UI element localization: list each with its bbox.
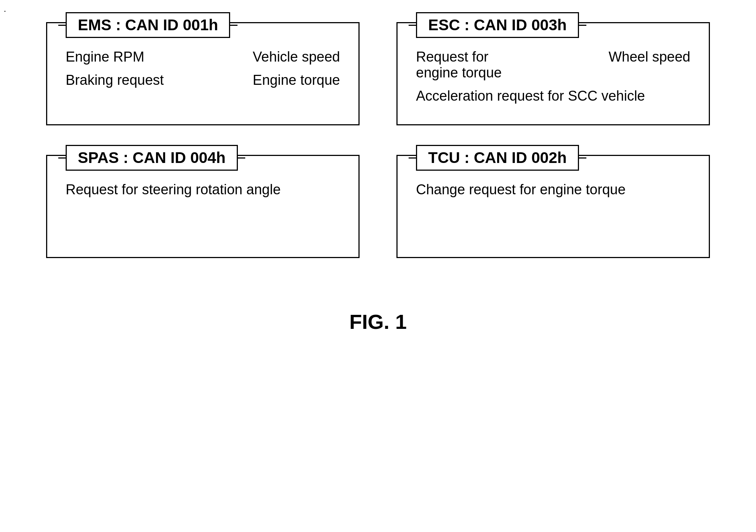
esc-request-engine-torque: Request for engine torque — [416, 49, 502, 81]
esc-title-line-right — [579, 25, 586, 26]
esc-title-line-left — [409, 25, 416, 26]
spas-module-box: SPAS : CAN ID 004h Request for steering … — [46, 155, 360, 258]
ems-content: Engine RPM Vehicle speed Braking request… — [66, 49, 340, 88]
esc-module-box: ESC : CAN ID 003h Request for engine tor… — [396, 22, 710, 125]
figure-label: FIG. 1 — [349, 310, 407, 334]
tcu-title-line-left — [409, 157, 416, 159]
esc-row-2: Acceleration request for SCC vehicle — [416, 88, 690, 104]
spas-row-1: Request for steering rotation angle — [66, 182, 340, 198]
tcu-title-wrapper: TCU : CAN ID 002h — [409, 145, 586, 171]
ems-title-line-left — [58, 25, 66, 26]
spas-steering-request: Request for steering rotation angle — [66, 182, 340, 198]
ems-row-2: Braking request Engine torque — [66, 72, 340, 88]
esc-title-wrapper: ESC : CAN ID 003h — [409, 12, 586, 38]
ems-title: EMS : CAN ID 001h — [66, 12, 230, 38]
spas-title-line-left — [58, 157, 66, 159]
esc-row-1: Request for engine torque Wheel speed — [416, 49, 690, 81]
ems-module-box: EMS : CAN ID 001h Engine RPM Vehicle spe… — [46, 22, 360, 125]
esc-wheel-speed: Wheel speed — [608, 49, 690, 81]
ems-row-1: Engine RPM Vehicle speed — [66, 49, 340, 65]
row-1: EMS : CAN ID 001h Engine RPM Vehicle spe… — [30, 22, 726, 125]
tcu-content: Change request for engine torque — [416, 182, 690, 198]
spas-content: Request for steering rotation angle — [66, 182, 340, 198]
row-2: SPAS : CAN ID 004h Request for steering … — [30, 155, 726, 258]
tcu-title-line-right — [579, 157, 586, 159]
diagram-container: . EMS : CAN ID 001h Engine RPM Vehicle s… — [30, 22, 726, 334]
esc-content: Request for engine torque Wheel speed Ac… — [416, 49, 690, 104]
tcu-row-1: Change request for engine torque — [416, 182, 690, 198]
ems-engine-rpm: Engine RPM — [66, 49, 144, 65]
esc-acceleration-request: Acceleration request for SCC vehicle — [416, 88, 690, 104]
ems-engine-torque: Engine torque — [253, 72, 340, 88]
ems-vehicle-speed: Vehicle speed — [253, 49, 340, 65]
dot-marker: . — [4, 4, 6, 14]
ems-title-wrapper: EMS : CAN ID 001h — [58, 12, 237, 38]
spas-title-wrapper: SPAS : CAN ID 004h — [58, 145, 245, 171]
spas-title: SPAS : CAN ID 004h — [66, 145, 238, 171]
esc-title: ESC : CAN ID 003h — [416, 12, 579, 38]
tcu-change-request: Change request for engine torque — [416, 182, 690, 198]
spas-title-line-right — [238, 157, 245, 159]
ems-braking-request: Braking request — [66, 72, 164, 88]
ems-title-line-right — [230, 25, 237, 26]
tcu-module-box: TCU : CAN ID 002h Change request for eng… — [396, 155, 710, 258]
tcu-title: TCU : CAN ID 002h — [416, 145, 579, 171]
